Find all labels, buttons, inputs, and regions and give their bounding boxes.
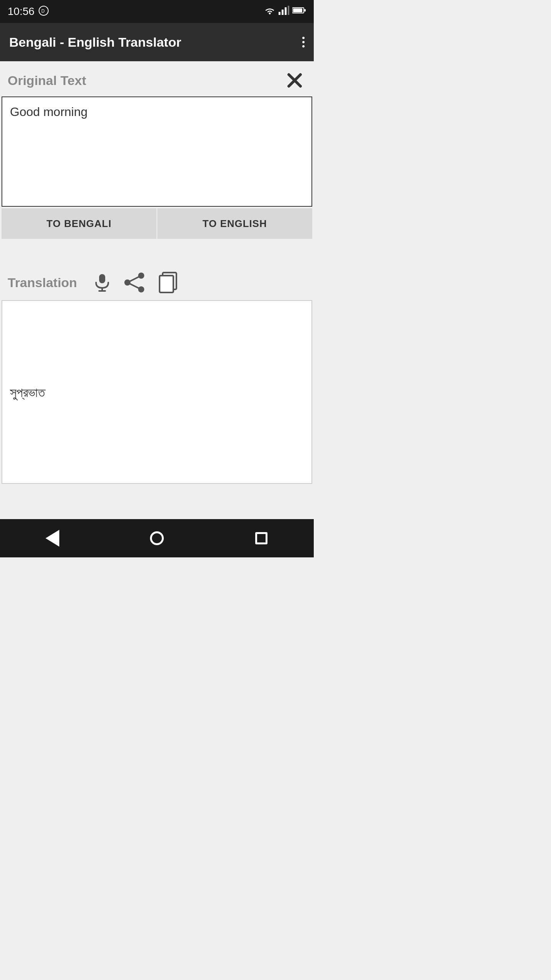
svg-rect-4 [282, 10, 284, 15]
share-button[interactable] [123, 271, 146, 294]
svg-point-2 [269, 13, 271, 15]
to-bengali-button[interactable]: TO BENGALI [2, 208, 156, 239]
signal-icon [279, 6, 289, 17]
to-english-button[interactable]: TO ENGLISH [157, 208, 312, 239]
spacer [0, 239, 314, 262]
home-button[interactable] [142, 523, 172, 554]
svg-rect-6 [288, 6, 289, 15]
copy-button[interactable] [156, 270, 183, 296]
status-bar-right [264, 6, 306, 17]
original-text-label: Original Text [8, 73, 86, 88]
original-text-input[interactable]: Good morning [10, 105, 304, 197]
svg-text:D: D [41, 8, 45, 14]
status-bar: 10:56 D [0, 0, 314, 23]
svg-rect-8 [293, 8, 302, 12]
translation-label: Translation [8, 275, 77, 290]
original-text-container: Good morning [2, 96, 312, 207]
recents-button[interactable] [246, 523, 277, 554]
battery-icon [292, 7, 306, 16]
original-text-header: Original Text [0, 61, 314, 96]
wifi-icon [264, 6, 276, 17]
nav-bar [0, 519, 314, 557]
svg-rect-3 [279, 12, 280, 15]
close-x-icon [285, 71, 304, 90]
recents-icon [255, 532, 267, 544]
home-icon [150, 531, 164, 545]
svg-line-17 [127, 283, 141, 289]
back-icon [46, 530, 59, 547]
svg-rect-19 [160, 276, 173, 292]
back-button[interactable] [37, 523, 68, 554]
translation-icons [92, 270, 183, 296]
more-options-button[interactable] [302, 37, 305, 47]
status-bar-left: 10:56 D [8, 5, 49, 18]
data-icon: D [38, 5, 49, 18]
app-title: Bengali - English Translator [9, 35, 181, 50]
translation-result-container: সুপ্রভাত [2, 300, 312, 484]
app-bar: Bengali - English Translator [0, 23, 314, 61]
status-time: 10:56 [8, 5, 34, 18]
svg-rect-9 [304, 9, 306, 11]
translation-header: Translation [0, 262, 314, 300]
translate-buttons: TO BENGALI TO ENGLISH [2, 208, 312, 239]
main-content: Original Text Good morning TO BENGALI TO… [0, 61, 314, 519]
translated-text: সুপ্রভাত [10, 385, 304, 400]
speak-button[interactable] [92, 273, 112, 292]
clear-text-button[interactable] [283, 69, 306, 92]
svg-rect-5 [285, 7, 287, 15]
svg-line-16 [127, 276, 141, 283]
svg-rect-10 [99, 274, 105, 283]
